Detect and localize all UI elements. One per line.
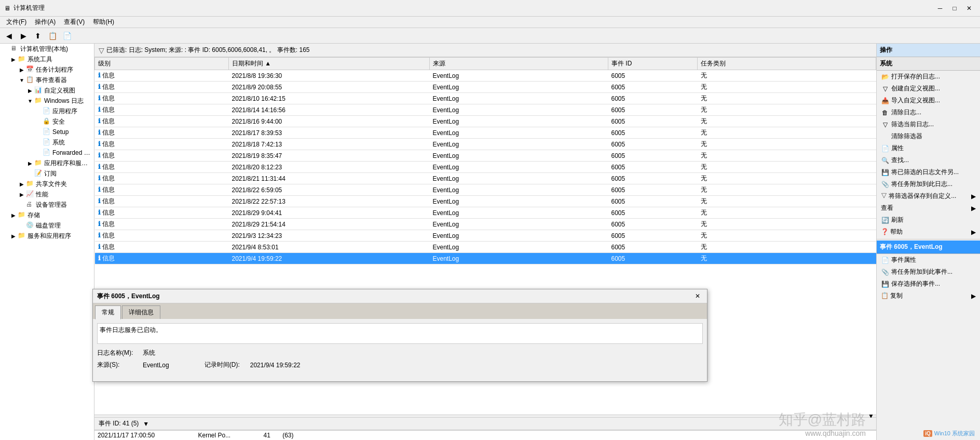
table-row[interactable]: ℹ信息2021/8/9 20:08:55EventLog6005无 — [95, 82, 876, 93]
eventid-cell: 6005 — [608, 253, 698, 264]
table-row[interactable]: ℹ信息2021/8/19 8:35:47EventLog6005无 — [95, 150, 876, 162]
dialog-close-button[interactable]: ✕ — [692, 291, 703, 301]
folder-icon: 📁 — [18, 55, 26, 63]
dialog-logname-label: 日志名称(M): — [97, 349, 139, 357]
right-panel-attach-task[interactable]: 📎 将任务附加到此日志... — [877, 178, 980, 190]
level-text: 信息 — [102, 163, 115, 170]
sidebar-item-task-scheduler[interactable]: ▶ 📅 任务计划程序 — [0, 64, 94, 75]
sidebar-item-setup[interactable]: 📄 Setup — [0, 127, 94, 137]
computer-icon: 🖥 — [10, 45, 19, 53]
sidebar-label-event-viewer: 事件查看器 — [36, 76, 67, 85]
table-row[interactable]: ℹ信息2021/8/29 21:54:14EventLog6005无 — [95, 219, 876, 230]
col-header-datetime[interactable]: 日期和时间 ▲ — [229, 58, 430, 70]
dialog-description[interactable] — [97, 323, 703, 344]
right-panel-open-saved[interactable]: 📂 打开保存的日志... — [877, 71, 980, 83]
right-panel-save-filter-view[interactable]: ▽ 将筛选器保存到自定义... ▶ — [877, 190, 980, 202]
right-panel-clear-filter[interactable]: 清除筛选器 — [877, 130, 980, 142]
right-panel-properties[interactable]: 📄 属性 — [877, 142, 980, 154]
clear-log-label: 清除日志... — [891, 108, 921, 117]
sidebar-item-shared-folder[interactable]: ▶ 📁 共享文件夹 — [0, 179, 94, 189]
help-icon: ❓ — [881, 228, 889, 235]
expand-icon: ▶ — [18, 181, 26, 187]
log-table: 级别 日期和时间 ▲ 来源 事件 ID 任务类别 ℹ信息2021/8/8 19:… — [94, 57, 876, 264]
right-panel-event-properties[interactable]: 📄 事件属性 — [877, 254, 980, 266]
toolbar-up[interactable]: ⬆ — [31, 30, 45, 42]
event-dialog: 事件 6005，EventLog ✕ 常规 详细信息 日志名称(M): 系统 来… — [92, 289, 707, 382]
right-panel-save-filtered[interactable]: 💾 将已筛选的日志文件另... — [877, 166, 980, 178]
table-row[interactable]: ℹ信息2021/8/8 19:36:30EventLog6005无 — [95, 70, 876, 82]
right-panel-import-view[interactable]: 📥 导入自定义视图... — [877, 95, 980, 106]
maximize-button[interactable]: □ — [948, 3, 961, 14]
col-header-level[interactable]: 级别 — [95, 58, 229, 70]
sidebar-item-security[interactable]: 🔒 安全 — [0, 116, 94, 127]
sidebar-item-application[interactable]: 📄 应用程序 — [0, 106, 94, 116]
menu-help[interactable]: 帮助(H) — [89, 17, 118, 28]
refresh-icon: 🔄 — [881, 217, 889, 224]
eventid-cell: 6005 — [608, 207, 698, 219]
sidebar-item-storage[interactable]: ▶ 📁 存储 — [0, 210, 94, 220]
clear-log-icon: 🗑 — [881, 109, 889, 116]
menu-action[interactable]: 操作(A) — [31, 17, 60, 28]
table-row[interactable]: ℹ信息2021/8/22 22:57:13EventLog6005无 — [95, 196, 876, 207]
table-row[interactable]: ℹ信息2021/9/4 8:53:01EventLog6005无 — [95, 242, 876, 253]
sidebar-item-windows-log[interactable]: ▼ 📁 Windows 日志 — [0, 96, 94, 106]
sidebar-item-forwarded-events[interactable]: 📄 Forwarded Even — [0, 148, 94, 158]
info-icon: ℹ — [98, 117, 101, 125]
table-row[interactable]: ℹ信息2021/8/16 9:44:00EventLog6005无 — [95, 116, 876, 127]
table-row[interactable]: ℹ信息2021/8/10 16:42:15EventLog6005无 — [95, 93, 876, 104]
right-panel-view[interactable]: 查看 ▶ — [877, 202, 980, 214]
toolbar-properties[interactable]: 📄 — [60, 30, 74, 42]
table-row[interactable]: ℹ信息2021/8/17 8:39:53EventLog6005无 — [95, 127, 876, 139]
sidebar-item-device-manager[interactable]: 🖨 设备管理器 — [0, 199, 94, 210]
filter-icon: ▽ — [99, 46, 104, 55]
toolbar-show-hide[interactable]: 📋 — [46, 30, 59, 42]
close-button[interactable]: ✕ — [962, 3, 976, 14]
toolbar-back[interactable]: ◀ — [2, 30, 16, 42]
info-icon: ℹ — [98, 197, 101, 205]
sidebar-item-system[interactable]: 📄 系统 — [0, 137, 94, 148]
sidebar-item-service-app[interactable]: ▶ 📁 服务和应用程序 — [0, 231, 94, 241]
table-row[interactable]: ℹ信息2021/8/22 6:59:05EventLog6005无 — [95, 184, 876, 196]
table-row[interactable]: ℹ信息2021/9/3 12:34:23EventLog6005无 — [95, 230, 876, 242]
right-panel-attach-event-task[interactable]: 📎 将任务附加到此事件... — [877, 266, 980, 278]
sidebar-label-app-service: 应用程序和服务日志 — [44, 159, 92, 168]
datetime-cell: 2021/8/10 16:42:15 — [229, 93, 430, 104]
right-panel-filter-current[interactable]: ▽ 筛选当前日志... — [877, 118, 980, 130]
sidebar-item-custom-view[interactable]: ▶ 📊 自定义视图 — [0, 85, 94, 96]
right-panel-copy[interactable]: 📋 复制 ▶ — [877, 290, 980, 302]
right-panel-refresh[interactable]: 🔄 刷新 — [877, 214, 980, 226]
table-row[interactable]: ℹ信息2021/8/14 14:16:56EventLog6005无 — [95, 104, 876, 116]
right-panel-find[interactable]: 🔍 查找... — [877, 154, 980, 166]
source-cell: EventLog — [430, 93, 608, 104]
sidebar-item-computer[interactable]: 🖥 计算机管理(本地) — [0, 44, 94, 54]
col-header-source[interactable]: 来源 — [430, 58, 608, 70]
col-header-eventid[interactable]: 事件 ID — [608, 58, 698, 70]
menu-file[interactable]: 文件(F) — [2, 17, 31, 28]
dialog-tab-general[interactable]: 常规 — [95, 305, 121, 319]
dialog-tab-details[interactable]: 详细信息 — [122, 305, 160, 319]
right-panel-clear-log[interactable]: 🗑 清除日志... — [877, 106, 980, 118]
sidebar-item-subscription[interactable]: 📝 订阅 — [0, 168, 94, 179]
datetime-cell: 2021/8/8 19:36:30 — [229, 70, 430, 82]
service-folder-icon: 📁 — [18, 232, 26, 240]
toolbar-forward[interactable]: ▶ — [17, 30, 30, 42]
sidebar-item-app-service-log[interactable]: ▶ 📁 应用程序和服务日志 — [0, 158, 94, 168]
truncated-event-row: 2021/11/17 17:00:50 Kernel Po... 41 (63) — [94, 430, 876, 440]
sidebar-item-disk-management[interactable]: 💿 磁盘管理 — [0, 220, 94, 231]
right-panel-save-selected[interactable]: 💾 保存选择的事件... — [877, 278, 980, 290]
right-panel-help[interactable]: ❓ 帮助 ▶ — [877, 226, 980, 238]
table-row[interactable]: ℹ信息2021/8/21 11:31:44EventLog6005无 — [95, 173, 876, 184]
sidebar-item-performance[interactable]: ▶ 📈 性能 — [0, 189, 94, 199]
table-row[interactable]: ℹ信息2021/8/29 9:04:41EventLog6005无 — [95, 207, 876, 219]
table-row[interactable]: ℹ信息2021/8/20 8:12:23EventLog6005无 — [95, 162, 876, 173]
col-header-task[interactable]: 任务类别 — [698, 58, 876, 70]
right-panel-create-view[interactable]: ▽ 创建自定义视图... — [877, 83, 980, 95]
minimize-button[interactable]: ─ — [933, 3, 947, 14]
menu-view[interactable]: 查看(V) — [60, 17, 89, 28]
sidebar-item-event-viewer[interactable]: ▼ 📋 事件查看器 — [0, 75, 94, 85]
table-row[interactable]: ℹ信息2021/8/18 7:42:13EventLog6005无 — [95, 139, 876, 150]
eventid-cell: 6005 — [608, 93, 698, 104]
table-row[interactable]: ℹ信息2021/9/4 19:59:22EventLog6005无 — [95, 253, 876, 264]
event-icon: 📋 — [26, 76, 34, 84]
sidebar-item-system-tools[interactable]: ▶ 📁 系统工具 — [0, 54, 94, 64]
